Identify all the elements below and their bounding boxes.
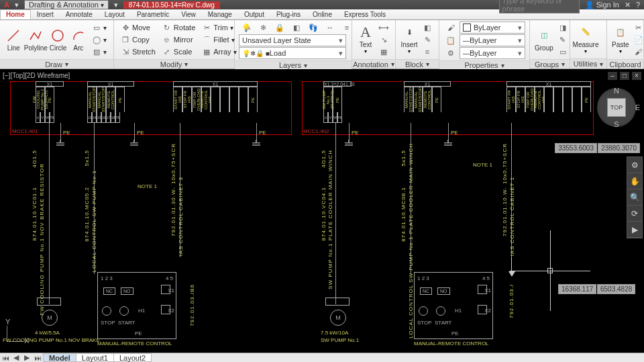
hatch-button[interactable]: ▨▾ (89, 46, 109, 58)
motor-2: M (330, 310, 346, 326)
term-block-3: X1 START FR IASSTOP FR IASTRIP OR OVERLO… (173, 81, 258, 112)
tab-nav-next[interactable]: ▶ (21, 353, 32, 362)
svg-line-0 (8, 30, 19, 41)
panel-annotation-title[interactable]: Annotation ▾ (352, 59, 395, 69)
attr-block-icon[interactable]: ≡ (420, 46, 435, 58)
term-block-4: X1.3†2.041.10 SW PUMP No.1 (SUPPLY)PE UV… (323, 81, 352, 123)
trim-button[interactable]: ✂Trim ▾ (199, 21, 239, 34)
arc-button[interactable]: Arc (69, 23, 88, 56)
move-button[interactable]: ✥Move (118, 21, 158, 34)
linetype-combo[interactable]: — ByLayer▾ (460, 47, 525, 59)
paste-button[interactable]: 📋Paste▾ (611, 23, 630, 56)
rectangle-button[interactable]: ▭▾ (89, 21, 109, 34)
keyword-search[interactable]: Type a keyword or phrase (499, 0, 580, 13)
scale-button[interactable]: ⤢Scale (160, 46, 198, 58)
panel-block-title[interactable]: Block ▾ (396, 59, 439, 69)
mirror-button[interactable]: ⎊Mirror (160, 34, 198, 46)
polyline-button[interactable]: Polyline (24, 23, 47, 56)
layer-off-icon[interactable]: 💡 (239, 21, 254, 34)
layout1-tab[interactable]: Layout1 (76, 353, 114, 362)
tab-nav-prev[interactable]: ◀ (11, 353, 21, 362)
panel-layers-title[interactable]: Layers ▾ (235, 60, 352, 69)
panel-modify: ✥Move ❐Copy ⇲Stretch ↻Rotate ⎊Mirror ⤢Sc… (114, 20, 235, 69)
groupbb-icon[interactable]: ▭ (555, 46, 570, 58)
tab-parametric[interactable]: Parametric (131, 9, 175, 19)
copy-clip-icon[interactable]: 📄 (631, 34, 644, 46)
dim-linear-icon[interactable]: ⟷ (376, 21, 391, 34)
mcc-label-2: MCC1-402 (303, 128, 329, 134)
table-icon[interactable]: ▦ (376, 46, 391, 58)
model-tab[interactable]: Model (43, 353, 76, 362)
text-button[interactable]: AText▾ (356, 23, 375, 56)
tab-nav-last[interactable]: ⏭ (32, 354, 43, 362)
fillet-button[interactable]: ⌒Fillet ▾ (199, 34, 239, 46)
matchprop2-icon[interactable]: 🖌 (631, 46, 644, 58)
panel-clipboard: 📋Paste▾ ✂ 📄 🖌 Clipboard (607, 20, 644, 69)
group-button[interactable]: ◫Group (534, 23, 554, 56)
tab-home[interactable]: Home (0, 9, 31, 19)
panel-draw-title[interactable]: Draw ▾ (0, 59, 113, 69)
layout-tabs: ⏮ ◀ ▶ ⏭ Model Layout1 Layout2 (0, 353, 644, 362)
list-icon[interactable]: 📋 (443, 34, 458, 46)
tab-annotate[interactable]: Annotate (60, 9, 99, 19)
lineweight-combo[interactable]: — ByLayer▾ (460, 34, 525, 46)
panel-groups: ◫Group ◨ ✎ ▭ Groups ▾ (530, 20, 570, 69)
tab-output[interactable]: Output (238, 9, 270, 19)
leader-icon[interactable]: ↘ (376, 34, 391, 46)
drawing-content: MCC1-401 MCC1-402 X1 FW COOLING PUMP No.… (0, 69, 644, 353)
layer-walk-icon[interactable]: 👣 (306, 21, 321, 34)
insert-button[interactable]: ⬇Insert▾ (400, 23, 419, 56)
layer-change-icon[interactable]: ↔ (323, 21, 337, 34)
file-tab[interactable]: 874-01.10.50-14=Rev C.dwg (123, 1, 220, 9)
layer-freeze-icon[interactable]: ❄ (256, 21, 270, 34)
circle-button[interactable]: Circle (48, 23, 67, 56)
matchprop-icon[interactable]: 🖌 (443, 21, 458, 34)
term-block-6: X1 START FR IASSTOP FR IASTRIP OR OVERLO… (506, 81, 591, 112)
panel-utilities-title[interactable]: Utilities ▾ (570, 58, 606, 69)
stretch-button[interactable]: ⇲Stretch (118, 46, 158, 58)
layer-current-combo[interactable]: 💡❄🔒 ■ Load▾ (239, 47, 346, 59)
ellipse-button[interactable]: ◯▾ (89, 34, 109, 46)
panel-annotation: AText▾ ⟷ ↘ ▦ Annotation ▾ (352, 20, 396, 69)
signin-button[interactable]: 👤 Sign In (585, 1, 619, 9)
tab-express[interactable]: Express Tools (338, 9, 392, 19)
drawing-canvas[interactable]: [−][Top][2D Wireframe] – □ × TOP N S E 3… (0, 69, 644, 353)
help-icon[interactable]: ? (636, 1, 640, 9)
ungroup-icon[interactable]: ◨ (555, 21, 570, 34)
groupedit-icon[interactable]: ✎ (555, 34, 570, 46)
layer-state-combo[interactable]: Unsaved Layer State▾ (239, 34, 346, 46)
create-block-icon[interactable]: ◧ (420, 21, 435, 34)
tab-layout[interactable]: Layout (99, 9, 131, 19)
tab-nav-first[interactable]: ⏮ (0, 354, 11, 362)
panel-layers: 💡 ❄ 🔒 ◧ 👣 ↔ ≡ Unsaved Layer State▾ 💡❄🔒 ■… (235, 20, 352, 69)
cut-icon[interactable]: ✂ (631, 21, 644, 34)
panel-modify-title[interactable]: Modify ▾ (114, 59, 234, 69)
control-box-1: 1 2 34 5 NC NO X1 H1 X2 STOP START PE (97, 272, 176, 339)
layer-iso-icon[interactable]: ◧ (289, 21, 304, 34)
color-combo[interactable]: ByLayer▾ (460, 21, 525, 34)
panel-draw: Line Polyline Circle Arc ▭▾ ◯▾ ▨▾ Draw ▾ (0, 20, 114, 69)
measure-button[interactable]: 📏Measure▾ (574, 23, 597, 56)
tab-view[interactable]: View (175, 9, 202, 19)
layout2-tab[interactable]: Layout2 (113, 353, 152, 362)
rotate-button[interactable]: ↻Rotate (160, 21, 198, 34)
ribbon: Line Polyline Circle Arc ▭▾ ◯▾ ▨▾ Draw ▾… (0, 20, 644, 69)
exchange-icon[interactable]: ✕ (625, 1, 631, 9)
term-block-2: X1 MANUAL START/STOPMANUAL START/STOPREM… (87, 81, 134, 123)
mcc-label-1: MCC1-401 (12, 128, 38, 134)
array-button[interactable]: ▦Array ▾ (199, 46, 239, 58)
motor-1: M (42, 310, 58, 326)
edit-block-icon[interactable]: ✎ (420, 34, 435, 46)
copy-button[interactable]: ❐Copy (118, 34, 158, 46)
tab-insert[interactable]: Insert (31, 9, 60, 19)
layer-lock-icon[interactable]: 🔒 (272, 21, 287, 34)
tab-manage[interactable]: Manage (202, 9, 238, 19)
tab-online[interactable]: Online (307, 9, 338, 19)
line-button[interactable]: Line (4, 23, 23, 56)
panel-properties-title[interactable]: Properties ▾ (439, 60, 529, 69)
app-icon[interactable]: A (4, 1, 9, 9)
tab-plugins[interactable]: Plug-ins (270, 9, 307, 19)
workspace-dropdown[interactable]: Drafting & Annotation ▾ (24, 0, 109, 9)
properties-icon[interactable]: ⚙ (443, 47, 458, 59)
panel-groups-title[interactable]: Groups ▾ (530, 59, 570, 69)
